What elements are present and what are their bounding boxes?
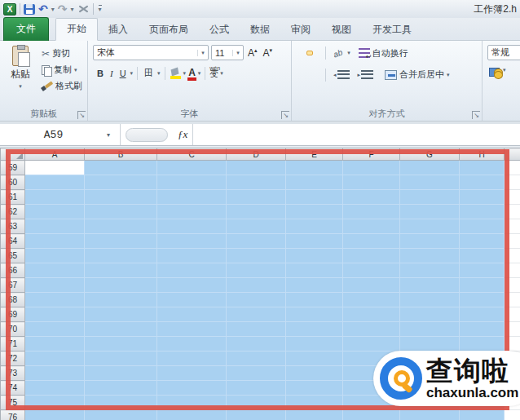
cell-G62[interactable] xyxy=(400,205,460,219)
cell-A72[interactable] xyxy=(25,351,85,366)
undo-icon[interactable]: ↶ xyxy=(38,3,48,15)
column-header-G[interactable]: G xyxy=(400,148,460,161)
row-header-66[interactable]: 66 xyxy=(1,263,25,278)
chevron-down-icon[interactable]: ▾ xyxy=(197,50,208,56)
tab-developer[interactable]: 开发工具 xyxy=(362,20,422,41)
row-header-60[interactable]: 60 xyxy=(1,175,25,190)
row-header-69[interactable]: 69 xyxy=(1,307,25,322)
cell-B69[interactable] xyxy=(85,307,157,322)
column-header-E[interactable]: E xyxy=(286,148,343,161)
cell-outside[interactable] xyxy=(505,337,520,351)
cell-A70[interactable] xyxy=(25,322,85,337)
tab-insert[interactable]: 插入 xyxy=(98,20,139,41)
font-name-combo[interactable]: 宋体 ▾ xyxy=(93,45,209,60)
cell-A73[interactable] xyxy=(25,366,85,381)
cell-E72[interactable] xyxy=(286,351,343,366)
align-right-button[interactable] xyxy=(315,73,321,77)
align-middle-button[interactable] xyxy=(306,51,313,55)
row-header-72[interactable]: 72 xyxy=(1,351,25,366)
cell-B72[interactable] xyxy=(85,351,157,366)
cell-A71[interactable] xyxy=(25,337,85,351)
cell-E62[interactable] xyxy=(286,205,343,219)
accounting-dropdown-icon[interactable]: ▾ xyxy=(503,67,506,73)
qat-more-icon[interactable]: ▾ xyxy=(99,5,102,13)
cell-F62[interactable] xyxy=(343,205,400,219)
insert-function-button[interactable]: ƒx xyxy=(173,124,193,145)
cell-D65[interactable] xyxy=(227,249,286,263)
phonetic-guide-icon[interactable]: wén变 xyxy=(209,67,218,79)
cell-G65[interactable] xyxy=(400,249,460,263)
tab-formulas[interactable]: 公式 xyxy=(199,20,240,41)
cell-C75[interactable] xyxy=(157,396,227,410)
cell-A63[interactable] xyxy=(25,219,85,234)
row-header-74[interactable]: 74 xyxy=(1,381,25,396)
customize-tools-icon[interactable] xyxy=(77,4,90,15)
format-painter-button[interactable]: 格式刷 xyxy=(39,79,85,93)
cell-outside[interactable] xyxy=(505,190,520,205)
cell-D60[interactable] xyxy=(227,175,286,190)
cell-outside[interactable] xyxy=(505,234,520,249)
cell-E75[interactable] xyxy=(286,396,343,410)
cell-E59[interactable] xyxy=(286,161,343,175)
cell-B71[interactable] xyxy=(85,337,157,351)
cell-E73[interactable] xyxy=(286,366,343,381)
cell-B76[interactable] xyxy=(85,410,157,420)
cell-B60[interactable] xyxy=(85,175,157,190)
cell-E66[interactable] xyxy=(286,263,343,278)
cell-A66[interactable] xyxy=(25,263,85,278)
increase-indent-button[interactable]: ▸ xyxy=(355,68,377,82)
number-format-combo[interactable]: 常规 xyxy=(487,45,520,60)
cell-C62[interactable] xyxy=(157,205,227,219)
cell-D67[interactable] xyxy=(227,278,286,293)
cell-A59[interactable] xyxy=(25,161,85,175)
cell-D69[interactable] xyxy=(227,307,286,322)
shrink-font-button[interactable]: A▾ xyxy=(262,47,275,59)
cell-C72[interactable] xyxy=(157,351,227,366)
cell-G68[interactable] xyxy=(400,293,460,307)
cell-H65[interactable] xyxy=(460,249,505,263)
decrease-indent-button[interactable]: ◂ xyxy=(330,68,353,82)
cell-D72[interactable] xyxy=(227,351,286,366)
name-box-dropdown-icon[interactable]: ▾ xyxy=(107,131,120,139)
cell-B73[interactable] xyxy=(85,366,157,381)
cell-A61[interactable] xyxy=(25,190,85,205)
bold-button[interactable]: B xyxy=(95,68,106,79)
cell-H62[interactable] xyxy=(460,205,505,219)
cell-E70[interactable] xyxy=(286,322,343,337)
row-header-67[interactable]: 67 xyxy=(1,278,25,293)
cell-outside[interactable] xyxy=(505,322,520,337)
cell-E60[interactable] xyxy=(286,175,343,190)
cell-E74[interactable] xyxy=(286,381,343,396)
cell-C70[interactable] xyxy=(157,322,227,337)
column-header-outside[interactable] xyxy=(505,148,520,161)
chevron-down-icon[interactable]: ▾ xyxy=(232,50,243,56)
column-header-F[interactable]: F xyxy=(343,148,400,161)
cell-B65[interactable] xyxy=(85,249,157,263)
cell-B74[interactable] xyxy=(85,381,157,396)
cell-D66[interactable] xyxy=(227,263,286,278)
cell-C64[interactable] xyxy=(157,234,227,249)
cell-D59[interactable] xyxy=(227,161,286,175)
underline-dropdown-icon[interactable]: ▾ xyxy=(130,70,134,77)
row-header-62[interactable]: 62 xyxy=(1,205,25,219)
cell-E64[interactable] xyxy=(286,234,343,249)
copy-button[interactable]: 复制 ▾ xyxy=(39,63,85,77)
row-header-63[interactable]: 63 xyxy=(1,219,25,234)
column-header-B[interactable]: B xyxy=(85,148,157,161)
paste-button[interactable]: 粘贴 ▾ xyxy=(3,43,37,109)
cell-B64[interactable] xyxy=(85,234,157,249)
cell-B62[interactable] xyxy=(85,205,157,219)
underline-button[interactable]: U xyxy=(117,68,129,79)
cell-D75[interactable] xyxy=(227,396,286,410)
cell-A76[interactable] xyxy=(25,410,85,420)
cell-B66[interactable] xyxy=(85,263,157,278)
cell-B63[interactable] xyxy=(85,219,157,234)
name-box[interactable]: A59 ▾ xyxy=(0,124,121,145)
cell-G59[interactable] xyxy=(400,161,460,175)
cell-outside[interactable] xyxy=(505,293,520,307)
cell-G66[interactable] xyxy=(400,263,460,278)
cell-C67[interactable] xyxy=(157,278,227,293)
borders-button[interactable]: 田 xyxy=(142,66,156,80)
cell-A75[interactable] xyxy=(25,396,85,410)
cell-E68[interactable] xyxy=(286,293,343,307)
